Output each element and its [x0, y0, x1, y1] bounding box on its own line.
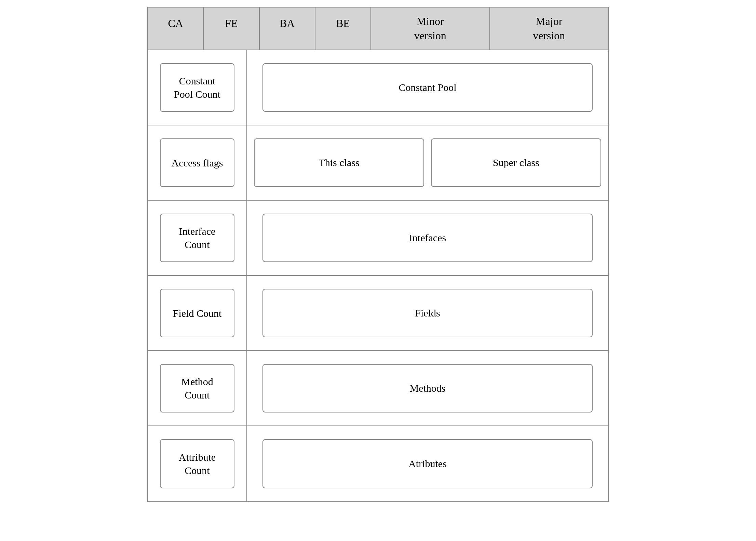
- interface-count-row: Interface Count Intefaces: [148, 201, 608, 276]
- magic-byte-be: BE: [315, 8, 370, 50]
- constant-pool-row: Constant Pool Count Constant Pool: [148, 50, 608, 125]
- constant-pool-right: Constant Pool: [247, 50, 608, 125]
- fields-right: Fields: [247, 276, 608, 350]
- attributes-label: Atributes: [408, 458, 447, 470]
- attributes-box: Atributes: [262, 439, 592, 488]
- access-flags-right-section: This class Super class: [247, 125, 608, 200]
- attribute-count-row: Attribute Count Atributes: [148, 426, 608, 501]
- attribute-count-cell: Attribute Count: [148, 426, 247, 501]
- methods-right: Methods: [247, 351, 608, 425]
- super-class-box: Super class: [431, 138, 601, 187]
- interface-count-label: Interface Count: [171, 225, 224, 251]
- attributes-right: Atributes: [247, 426, 608, 501]
- method-count-row: Method Count Methods: [148, 351, 608, 426]
- methods-label: Methods: [410, 382, 446, 394]
- methods-box: Methods: [262, 364, 592, 412]
- interfaces-right: Intefaces: [247, 201, 608, 275]
- access-flags-row: Access flags This class Super class: [148, 125, 608, 201]
- access-flags-label: Access flags: [172, 156, 223, 170]
- this-class-box: This class: [254, 138, 424, 187]
- magic-bytes-group: CA FE BA BE: [148, 8, 370, 50]
- attribute-count-label: Attribute Count: [171, 450, 224, 477]
- field-count-row: Field Count Fields: [148, 276, 608, 351]
- header-row: CA FE BA BE Minorversion Majorversion: [148, 8, 608, 50]
- constant-pool-count-label: Constant Pool Count: [171, 74, 224, 101]
- this-class-label: This class: [319, 157, 359, 168]
- fields-label: Fields: [415, 307, 440, 319]
- field-count-label: Field Count: [173, 307, 222, 320]
- minor-version-cell: Minorversion: [370, 8, 489, 50]
- constant-pool-label: Constant Pool: [399, 82, 456, 93]
- class-file-diagram: CA FE BA BE Minorversion Majorversion Co…: [147, 7, 609, 502]
- fields-box: Fields: [262, 289, 592, 337]
- magic-byte-ba: BA: [260, 8, 315, 50]
- constant-pool-box: Constant Pool: [262, 63, 592, 112]
- magic-byte-ca: CA: [148, 8, 204, 50]
- interface-count-cell: Interface Count: [148, 201, 247, 275]
- interfaces-label: Intefaces: [409, 232, 446, 244]
- method-count-cell: Method Count: [148, 351, 247, 425]
- magic-byte-fe: FE: [204, 8, 259, 50]
- access-flags-cell: Access flags: [148, 125, 247, 200]
- major-version-cell: Majorversion: [489, 8, 608, 50]
- method-count-label: Method Count: [171, 375, 224, 402]
- interfaces-box: Intefaces: [262, 214, 592, 262]
- super-class-label: Super class: [493, 157, 539, 168]
- constant-pool-count-cell: Constant Pool Count: [148, 50, 247, 125]
- field-count-cell: Field Count: [148, 276, 247, 350]
